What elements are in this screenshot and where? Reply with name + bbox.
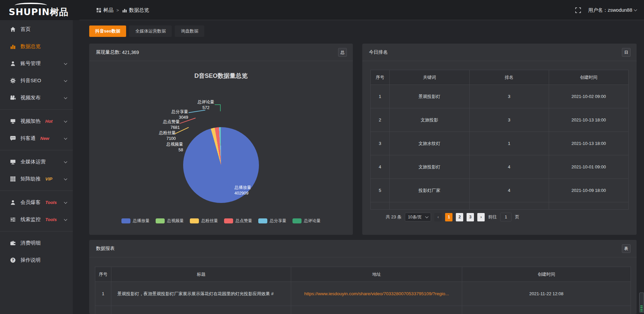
sidebar-item-douyin-seo[interactable]: 抖音SEO [0,72,73,89]
sidebar-item-label: 抖音SEO [20,77,41,84]
breadcrumb-home[interactable]: 树品 [96,7,113,13]
col-seq: 序号 [371,70,390,85]
pie-label-shares: 总分享量3049 [148,109,188,120]
logo-text: SHUPIN树品 [9,6,68,18]
page-button-3[interactable]: 3 [467,213,474,221]
sidebar-item-douketong[interactable]: 抖客通 New [0,130,73,147]
breadcrumb-label: 数据总览 [129,7,149,13]
goto-label: 前往 [488,214,497,220]
sidebar-item-video-publish[interactable]: 视频发布 [0,89,73,106]
ranking-panel: 今日排名 日 序号 关键词 排名 创建时间 1景观投影灯32021-10-02 … [362,44,637,235]
legend-item[interactable]: 总点赞量 [224,218,252,224]
legend-chip [190,218,199,223]
chevron-down-icon [64,96,67,99]
chart-legend: 总播放量总视频量总粉丝量总点赞量总分享量总评论量 [89,218,353,224]
table-badge-button[interactable]: 表 [622,244,631,253]
sidebar-item-label: 会员爆客 [20,199,41,206]
screen-heat-icon [10,118,16,124]
user-dropdown[interactable]: 用户名：zswodun88 [588,7,637,13]
table-header-row: 序号 关键词 排名 创建时间 [371,70,629,85]
legend-label: 总点赞量 [235,218,252,224]
page-size-select[interactable]: 10条/页 [405,213,431,221]
tab-inquiry-data[interactable]: 询盘数据 [175,25,204,37]
video-camera-icon [10,95,16,101]
sidebar-item-label: 账号管理 [20,60,41,67]
floating-service-widget[interactable] [639,293,644,313]
user-icon [10,61,16,66]
hot-tag: Hot [45,119,53,124]
video-title-cell: 景观投影灯，夜游景观投影灯厂家展示展示落花灯在花园里的灯光投影应用效果 # [111,282,291,306]
col-created: 创建时间 [462,267,631,282]
sidebar-item-video-heat[interactable]: 视频加热 Hot [0,113,73,130]
sidebar-item-home[interactable]: 首页 [0,21,73,38]
svg-text:?: ? [12,258,14,262]
sidebar-item-omnimedia[interactable]: 全媒体运营 [0,153,73,170]
bar-chart-icon [10,44,16,49]
grid-icon [96,8,101,13]
chevron-down-icon [64,119,67,122]
chevron-down-icon [634,8,637,11]
top-header: SHUPIN树品 树品 > 数据总览 用户名：zswodun88 [0,0,644,20]
prev-page-button[interactable]: ‹ [434,213,442,221]
pie-label-fans: 总粉丝量7100 [136,130,176,142]
ranking-table: 序号 关键词 排名 创建时间 1景观投影灯32021-10-02 09:00 2… [370,70,629,210]
ranking-panel-header: 今日排名 日 [362,44,637,61]
username-text: 用户名：zswodun88 [588,7,632,13]
sidebar-item-member-burst[interactable]: 会员爆客 Tools [0,194,73,211]
sidebar-item-instructions[interactable]: ? 操作说明 [0,252,73,269]
breadcrumb-separator: > [116,8,119,13]
user-area: 用户名：zswodun88 [575,0,637,20]
chevron-down-icon [64,78,67,82]
chevron-down-icon [64,217,67,221]
next-page-button[interactable]: › [477,213,485,221]
sidebar-item-data-overview[interactable]: 数据总览 [0,38,73,55]
sidebar-item-consumption[interactable]: 消费明细 [0,234,73,252]
sidebar-item-matrix-boost[interactable]: 矩阵助推 VIP [0,170,73,188]
legend-chip [121,218,130,223]
col-rank: 排名 [469,70,549,85]
sidebar-item-lead-monitor[interactable]: 线索监控 Tools [0,211,73,228]
chat-bubble-icon [10,136,16,141]
sidebar-item-label: 抖客通 [20,135,36,142]
goto-page-input[interactable] [500,213,512,221]
tools-tag: Tools [45,217,57,222]
app-logo[interactable]: SHUPIN树品 [9,2,72,19]
sidebar-item-label: 数据总览 [20,43,41,50]
day-badge-button[interactable]: 日 [622,48,631,57]
table-row-partial [371,202,629,210]
report-panel: 数据报表 表 序号 标题 地址 创建时间 1 景观投影灯，夜游景观投影灯厂家展示… [89,240,637,314]
chevron-down-icon [425,215,429,218]
legend-label: 总分享量 [270,218,286,224]
page-button-2[interactable]: 2 [456,213,463,221]
total-badge-button[interactable]: 总 [338,48,347,57]
legend-chip [258,218,267,223]
pie-label-videos: 总视频量58 [143,142,183,153]
video-url-link[interactable]: https://www.iesdouyin.com/share/video/70… [304,291,449,296]
table-row-partial [95,306,631,314]
sidebar-item-account[interactable]: 账号管理 [0,55,73,72]
report-table: 序号 标题 地址 创建时间 1 景观投影灯，夜游景观投影灯厂家展示展示落花灯在花… [95,267,631,314]
table-row: 3文旅水纹灯12021-10-13 18:00 [371,132,629,155]
table-row: 4文旅投影灯42021-10-01 09:00 [371,155,629,179]
fullscreen-icon[interactable] [575,7,581,13]
stat-value: 421,369 [122,50,139,55]
legend-item[interactable]: 总分享量 [258,218,286,224]
breadcrumb-current[interactable]: 数据总览 [122,7,149,13]
legend-item[interactable]: 总粉丝量 [190,218,218,224]
sidebar-item-label: 线索监控 [20,216,41,223]
tab-omnimedia-data[interactable]: 全媒体运营数据 [129,25,172,37]
table-row: 1景观投影灯32021-10-02 09:00 [371,85,629,108]
page-button-1[interactable]: 1 [445,213,452,221]
sidebar-item-label: 消费明细 [20,240,41,246]
breadcrumb-label: 树品 [103,7,113,13]
legend-label: 总视频量 [167,218,184,224]
legend-item[interactable]: 总播放量 [121,218,150,224]
overview-panel-header: 展现量总数: 421,369 总 [89,44,353,61]
table-header-row: 序号 标题 地址 创建时间 [95,267,631,282]
legend-chip [224,218,233,223]
report-panel-header: 数据报表 表 [89,240,637,257]
tab-douyin-seo[interactable]: 抖音seo数据 [89,25,126,37]
bar-chart-icon [122,8,127,13]
legend-item[interactable]: 总视频量 [156,218,184,224]
pie-chart: D音SEO数据量总览 总评论量572 总分享量3049 总点赞量7681 总粉丝… [89,61,353,235]
